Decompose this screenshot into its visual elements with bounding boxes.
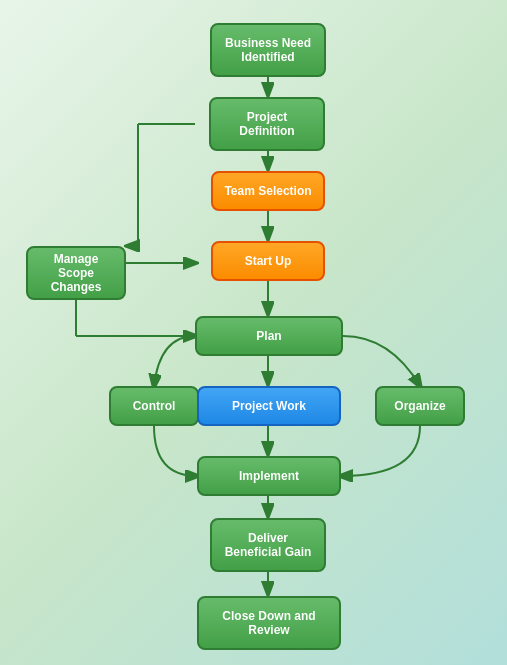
project-work-node: Project Work (197, 386, 341, 426)
flowchart: Business NeedIdentified ProjectDefinitio… (0, 0, 507, 665)
deliver-node: DeliverBeneficial Gain (210, 518, 326, 572)
manage-scope-node: Manage ScopeChanges (26, 246, 126, 300)
close-down-node: Close Down andReview (197, 596, 341, 650)
control-node: Control (109, 386, 199, 426)
business-need-node: Business NeedIdentified (210, 23, 326, 77)
organize-node: Organize (375, 386, 465, 426)
project-definition-node: ProjectDefinition (209, 97, 325, 151)
team-selection-node: Team Selection (211, 171, 325, 211)
start-up-node: Start Up (211, 241, 325, 281)
plan-node: Plan (195, 316, 343, 356)
implement-node: Implement (197, 456, 341, 496)
